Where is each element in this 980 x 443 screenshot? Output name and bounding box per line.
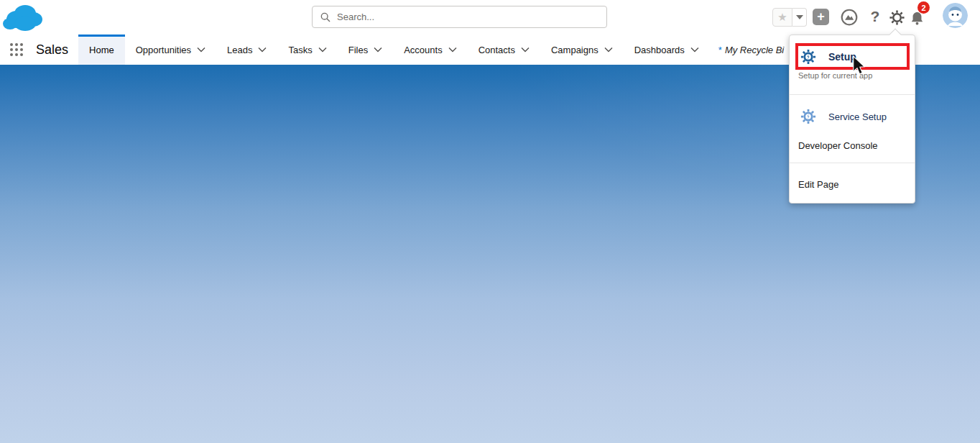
menu-divider (790, 163, 915, 163)
tab-accounts[interactable]: Accounts (393, 35, 467, 65)
tab-opportunities[interactable]: Opportunities (125, 35, 216, 65)
notification-badge: 2 (917, 1, 930, 14)
gear-icon (889, 9, 905, 26)
global-header: ★ + ? 2 (0, 0, 980, 35)
plus-icon: + (817, 9, 825, 24)
favorites-group: ★ (772, 8, 807, 27)
tab-files[interactable]: Files (338, 35, 393, 65)
tab-campaigns[interactable]: Campaigns (540, 35, 624, 65)
setup-gear-button[interactable] (888, 9, 906, 27)
temp-tab-asterisk: * (718, 45, 722, 55)
app-name[interactable]: Sales (36, 35, 68, 65)
trailhead-icon (840, 8, 859, 27)
app-launcher-icon[interactable] (10, 43, 23, 56)
chevron-down-icon[interactable] (374, 47, 382, 52)
help-button[interactable]: ? (866, 6, 884, 27)
user-avatar[interactable] (943, 3, 968, 28)
tab-my-recycle-bin[interactable]: *My Recycle Bi (710, 35, 792, 65)
search-icon (320, 12, 331, 23)
setup-gear-icon (800, 49, 816, 65)
chevron-down-icon[interactable] (521, 47, 530, 52)
favorite-star-button[interactable]: ★ (772, 8, 792, 27)
global-search (312, 6, 607, 28)
menu-divider (790, 94, 915, 95)
tab-leads[interactable]: Leads (216, 35, 277, 65)
search-input[interactable] (337, 12, 606, 22)
menu-item-edit-page[interactable]: Edit Page (798, 179, 838, 190)
star-icon: ★ (777, 11, 787, 24)
tab-home[interactable]: Home (78, 35, 125, 65)
chevron-down-icon[interactable] (448, 47, 457, 52)
chevron-down-icon[interactable] (318, 47, 327, 52)
tab-tasks[interactable]: Tasks (277, 35, 337, 65)
service-setup-gear-icon (800, 109, 816, 124)
menu-item-developer-console[interactable]: Developer Console (798, 140, 878, 151)
chevron-down-icon[interactable] (258, 47, 267, 52)
favorites-dropdown-button[interactable] (792, 8, 807, 27)
chevron-down-icon[interactable] (604, 47, 613, 52)
chevron-down-icon (796, 15, 803, 19)
guidance-center-button[interactable] (839, 7, 859, 27)
chevron-down-icon[interactable] (690, 47, 699, 52)
menu-item-setup-description: Setup for current app (798, 71, 872, 80)
setup-dropdown-menu: Setup Setup for current app Service Setu… (789, 35, 915, 204)
chevron-down-icon[interactable] (197, 47, 205, 52)
tab-contacts[interactable]: Contacts (468, 35, 540, 65)
question-mark-icon: ? (871, 8, 880, 25)
menu-item-setup[interactable]: Setup (800, 49, 856, 65)
menu-item-service-setup[interactable]: Service Setup (800, 109, 887, 124)
salesforce-logo (1, 2, 46, 33)
global-actions-button[interactable]: + (813, 9, 829, 25)
tab-dashboards[interactable]: Dashboards (624, 35, 710, 65)
